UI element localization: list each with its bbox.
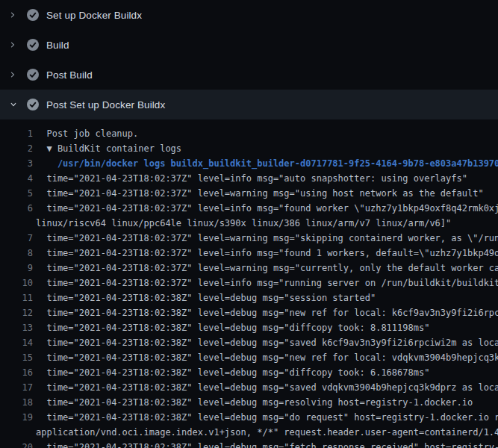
chevron-right-icon (9, 9, 21, 21)
log-area: 1 Post job cleanup.2 ▼ BuildKit containe… (0, 119, 498, 448)
log-text: time="2021-04-23T18:02:38Z" level=debug … (36, 290, 498, 305)
log-line: 1 Post job cleanup. (0, 126, 498, 141)
log-text: time="2021-04-23T18:02:37Z" level=info m… (36, 171, 498, 186)
log-line: application/vnd.oci.image.index.v1+json,… (0, 425, 498, 440)
log-text: time="2021-04-23T18:02:37Z" level=info m… (36, 246, 498, 261)
log-text: time="2021-04-23T18:02:37Z" level=warnin… (36, 261, 498, 276)
log-line: 2 ▼ BuildKit container logs (0, 141, 498, 156)
log-group-toggle[interactable]: ▼ BuildKit container logs (36, 141, 498, 156)
log-text: time="2021-04-23T18:02:38Z" level=debug … (36, 320, 498, 335)
line-number[interactable]: 18 (0, 395, 33, 410)
log-line: 7 time="2021-04-23T18:02:37Z" level=warn… (0, 231, 498, 246)
log-line: 11 time="2021-04-23T18:02:38Z" level=deb… (0, 290, 498, 305)
line-number (0, 425, 33, 440)
step-label: Post Build (46, 69, 93, 81)
line-number[interactable]: 14 (0, 335, 33, 350)
line-number (0, 216, 33, 231)
line-number[interactable]: 3 (0, 156, 33, 171)
steps-list: Set up Docker Buildx Build Post Build Po… (0, 0, 498, 119)
chevron-down-icon (9, 99, 21, 111)
line-number[interactable]: 11 (0, 290, 33, 305)
log-lines: 1 Post job cleanup.2 ▼ BuildKit containe… (0, 126, 498, 448)
log-line: linux/riscv64 linux/ppc64le linux/s390x … (0, 216, 498, 231)
chevron-right-icon (9, 69, 21, 81)
log-text: time="2021-04-23T18:02:37Z" level=info m… (36, 276, 498, 290)
log-command-text: /usr/bin/docker logs buildx_buildkit_bui… (36, 156, 498, 171)
line-number[interactable]: 4 (0, 171, 33, 186)
log-line: 10 time="2021-04-23T18:02:37Z" level=inf… (0, 276, 498, 290)
step-label: Build (46, 40, 69, 51)
log-text: time="2021-04-23T18:02:37Z" level=warnin… (36, 186, 498, 201)
line-number[interactable]: 13 (0, 320, 33, 335)
log-text: linux/riscv64 linux/ppc64le linux/s390x … (36, 216, 498, 231)
check-circle-icon (27, 69, 39, 81)
check-circle-icon (27, 99, 39, 111)
log-line: 18 time="2021-04-23T18:02:38Z" level=deb… (0, 395, 498, 410)
log-line: 9 time="2021-04-23T18:02:37Z" level=warn… (0, 261, 498, 276)
log-text: time="2021-04-23T18:02:38Z" level=debug … (36, 335, 498, 350)
log-line: 19 time="2021-04-23T18:02:38Z" level=deb… (0, 410, 498, 425)
log-line: 17 time="2021-04-23T18:02:38Z" level=deb… (0, 380, 498, 395)
log-line: 4 time="2021-04-23T18:02:37Z" level=info… (0, 171, 498, 186)
log-text: time="2021-04-23T18:02:38Z" level=debug … (36, 350, 498, 365)
step-label: Post Set up Docker Buildx (46, 99, 165, 111)
line-number[interactable]: 17 (0, 380, 33, 395)
line-number[interactable]: 10 (0, 276, 33, 290)
log-text: time="2021-04-23T18:02:37Z" level=info m… (36, 201, 498, 216)
step-row-post-setup-docker-buildx[interactable]: Post Set up Docker Buildx (0, 90, 498, 119)
step-label: Set up Docker Buildx (46, 10, 142, 21)
line-number[interactable]: 15 (0, 350, 33, 365)
step-row-setup-docker-buildx[interactable]: Set up Docker Buildx (0, 0, 498, 30)
log-line: 5 time="2021-04-23T18:02:37Z" level=warn… (0, 186, 498, 201)
line-number[interactable]: 2 (0, 141, 33, 156)
check-circle-icon (27, 9, 39, 21)
line-number[interactable]: 20 (0, 440, 33, 448)
log-text: time="2021-04-23T18:02:38Z" level=debug … (36, 395, 498, 410)
log-text: time="2021-04-23T18:02:38Z" level=debug … (36, 305, 498, 320)
line-number[interactable]: 7 (0, 231, 33, 246)
chevron-right-icon (9, 39, 21, 51)
log-line: 20 time="2021-04-23T18:02:38Z" level=deb… (0, 440, 498, 448)
step-row-build[interactable]: Build (0, 30, 498, 60)
log-line: 16 time="2021-04-23T18:02:38Z" level=deb… (0, 365, 498, 380)
log-line: 12 time="2021-04-23T18:02:38Z" level=deb… (0, 305, 498, 320)
line-number[interactable]: 8 (0, 246, 33, 261)
log-text: application/vnd.oci.image.index.v1+json,… (36, 425, 498, 440)
log-text: time="2021-04-23T18:02:38Z" level=debug … (36, 440, 498, 448)
line-number[interactable]: 1 (0, 126, 33, 141)
line-number[interactable]: 9 (0, 261, 33, 276)
log-line: 15 time="2021-04-23T18:02:38Z" level=deb… (0, 350, 498, 365)
step-row-post-build[interactable]: Post Build (0, 60, 498, 90)
log-text: time="2021-04-23T18:02:38Z" level=debug … (36, 365, 498, 380)
line-number[interactable]: 19 (0, 410, 33, 425)
line-number[interactable]: 16 (0, 365, 33, 380)
log-line: 6 time="2021-04-23T18:02:37Z" level=info… (0, 201, 498, 216)
line-number[interactable]: 6 (0, 201, 33, 216)
line-number[interactable]: 12 (0, 305, 33, 320)
log-line: 8 time="2021-04-23T18:02:37Z" level=info… (0, 246, 498, 261)
check-circle-icon (27, 39, 39, 51)
log-line: 14 time="2021-04-23T18:02:38Z" level=deb… (0, 335, 498, 350)
log-line: 13 time="2021-04-23T18:02:38Z" level=deb… (0, 320, 498, 335)
log-text: time="2021-04-23T18:02:38Z" level=debug … (36, 380, 498, 395)
log-text: time="2021-04-23T18:02:37Z" level=warnin… (36, 231, 498, 246)
log-text: Post job cleanup. (36, 126, 498, 141)
log-text: time="2021-04-23T18:02:38Z" level=debug … (36, 410, 498, 425)
log-line: 3 /usr/bin/docker logs buildx_buildkit_b… (0, 156, 498, 171)
line-number[interactable]: 5 (0, 186, 33, 201)
